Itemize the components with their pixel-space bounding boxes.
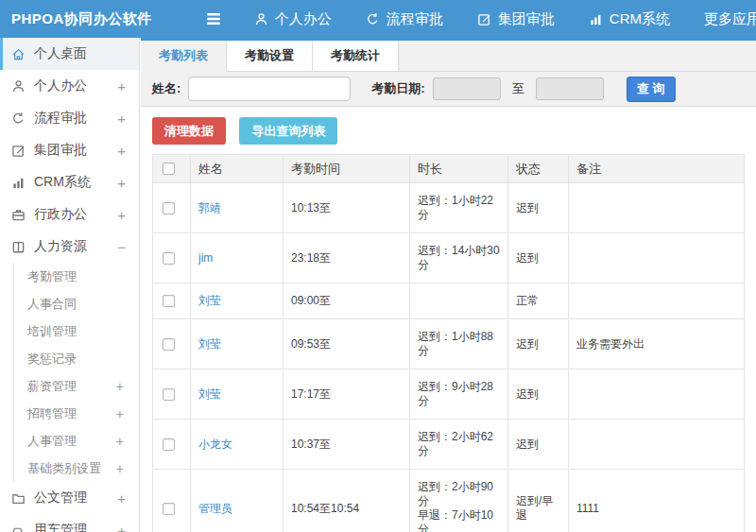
expand-icon[interactable]: + (117, 523, 126, 532)
sidebar-subitem-5[interactable]: 薪资管理+ (14, 372, 139, 400)
date-from-input[interactable] (433, 77, 501, 100)
attendance-table: 姓名考勤时间时长状态备注 郭靖10:13至迟到：1小时22分迟到jim23:18… (152, 154, 745, 532)
content-panel: 清理数据 导出查询列表 姓名考勤时间时长状态备注 郭靖10:13至迟到：1小时2… (141, 107, 756, 532)
expand-icon[interactable]: + (117, 111, 126, 127)
sidebar-subitem-6[interactable]: 招聘管理+ (14, 400, 139, 427)
sidebar-subitem-4[interactable]: 奖惩记录 (14, 345, 139, 372)
sidebar-item-9[interactable]: 用车管理+ (0, 514, 139, 532)
name-link[interactable]: 小龙女 (198, 438, 232, 451)
time-cell: 17:17至 (284, 369, 410, 420)
table-row: jim23:18至迟到：14小时30分迟到 (153, 233, 745, 283)
sidebar-item-3[interactable]: 流程审批+ (0, 102, 139, 134)
tab-2[interactable]: 考勤设置 (227, 41, 313, 72)
app-title: PHPOA协同办公软件 (0, 10, 152, 28)
checkbox-cell (153, 420, 191, 470)
expand-icon[interactable]: + (117, 175, 126, 191)
expand-icon[interactable]: + (117, 143, 126, 159)
sidebar-item-label: 集团审批 (34, 142, 87, 159)
sidebar-item-5[interactable]: CRM系统+ (0, 166, 139, 198)
row-checkbox[interactable] (163, 388, 175, 401)
sidebar-subitem-2[interactable]: 人事合同 (14, 290, 139, 317)
row-checkbox[interactable] (163, 438, 175, 451)
sidebar-subitem-8[interactable]: 基础类别设置+ (14, 455, 139, 482)
sidebar-item-7[interactable]: 人力资源− (0, 231, 139, 263)
expand-icon[interactable]: + (117, 490, 126, 506)
app-window: PHPOA协同办公软件 个人办公流程审批集团审批CRM系统更多应用 个人桌面个人… (0, 0, 756, 532)
duration-cell: 迟到：14小时30分 (410, 233, 508, 283)
remark-cell (569, 420, 745, 470)
sidebar-item-label: 个人桌面 (34, 45, 87, 62)
remark-cell (569, 233, 745, 283)
name-link[interactable]: 管理员 (198, 502, 232, 515)
time-cell: 09:53至 (284, 319, 410, 369)
tab-bar-filler (399, 41, 756, 72)
name-input[interactable] (188, 77, 351, 101)
sidebar-item-label: 公文管理 (34, 489, 87, 506)
topnav-item-3[interactable]: 集团审批 (477, 10, 555, 28)
checkbox-cell (153, 233, 191, 283)
sidebar-item-1[interactable]: 个人桌面 (0, 38, 139, 70)
name-link[interactable]: 郭靖 (198, 201, 221, 215)
expand-icon[interactable]: + (116, 406, 124, 421)
row-checkbox[interactable] (163, 503, 175, 515)
checkbox-cell (153, 369, 191, 420)
collapse-icon[interactable]: − (117, 239, 126, 255)
tab-bar: 考勤列表考勤设置考勤统计 (141, 41, 756, 72)
name-link[interactable]: jim (198, 251, 213, 265)
select-all-checkbox[interactable] (163, 163, 175, 175)
topnav-item-2[interactable]: 流程审批 (366, 10, 443, 28)
chart-icon (589, 12, 603, 26)
tab-3[interactable]: 考勤统计 (313, 41, 399, 72)
time-cell: 23:18至 (284, 233, 410, 283)
sidebar-subitem-7[interactable]: 人事管理+ (14, 427, 139, 455)
sidebar-item-8[interactable]: 公文管理+ (0, 482, 139, 514)
topnav-item-4[interactable]: CRM系统 (589, 10, 670, 28)
expand-icon[interactable]: + (117, 207, 126, 223)
name-label: 姓名: (152, 80, 180, 97)
expand-icon[interactable]: + (117, 78, 126, 94)
column-header: 姓名 (191, 155, 284, 183)
status-cell: 迟到/早退 (508, 470, 569, 532)
tab-1[interactable]: 考勤列表 (141, 41, 227, 72)
book-icon (11, 240, 26, 254)
row-checkbox[interactable] (163, 338, 175, 351)
topnav-item-1[interactable]: 个人办公 (254, 10, 332, 28)
status-cell: 迟到 (508, 420, 569, 470)
row-checkbox[interactable] (163, 202, 175, 215)
row-checkbox[interactable] (163, 295, 175, 307)
clear-data-button[interactable]: 清理数据 (152, 117, 226, 145)
expand-icon[interactable]: + (116, 434, 124, 449)
topnav-item-label: 更多应用 (704, 10, 756, 28)
name-link[interactable]: 刘莹 (198, 387, 221, 401)
sidebar-item-6[interactable]: 行政办公+ (0, 198, 139, 231)
date-to-input[interactable] (536, 77, 604, 100)
edit-icon (11, 144, 26, 158)
select-all-header-cell (153, 155, 191, 183)
table-row: 刘莹09:00至正常 (153, 283, 745, 319)
chart-icon (11, 176, 26, 190)
remark-cell (569, 283, 745, 319)
sidebar-subitem-3[interactable]: 培训管理 (14, 317, 139, 345)
search-bar: 姓名: 考勤日期: 至 查 询 (141, 72, 756, 107)
row-checkbox[interactable] (163, 252, 175, 265)
name-link[interactable]: 刘莹 (198, 337, 221, 351)
table-row: 郭靖10:13至迟到：1小时22分迟到 (153, 183, 745, 233)
name-link[interactable]: 刘莹 (198, 294, 221, 307)
sidebar-item-4[interactable]: 集团审批+ (0, 134, 139, 166)
sidebar-subitem-label: 人事管理 (27, 433, 77, 450)
workflow-icon (11, 112, 26, 126)
expand-icon[interactable]: + (116, 461, 124, 476)
time-cell: 09:00至 (284, 283, 410, 319)
sidebar-item-2[interactable]: 个人办公+ (0, 70, 139, 102)
export-list-button[interactable]: 导出查询列表 (239, 117, 337, 145)
sidebar-subitem-1[interactable]: 考勤管理 (14, 263, 139, 290)
query-button[interactable]: 查 询 (627, 77, 676, 102)
action-toolbar: 清理数据 导出查询列表 (141, 107, 756, 154)
menu-toggle-icon[interactable] (205, 12, 222, 26)
topnav-item-5[interactable]: 更多应用 (704, 10, 756, 28)
sidebar-subitem-label: 薪资管理 (27, 378, 77, 395)
expand-icon[interactable]: + (116, 379, 124, 394)
table-row: 刘莹09:53至迟到：1小时88分迟到业务需要外出 (153, 319, 745, 369)
name-cell: 郭靖 (191, 183, 284, 233)
duration-cell: 迟到：9小时28分 (410, 369, 508, 420)
